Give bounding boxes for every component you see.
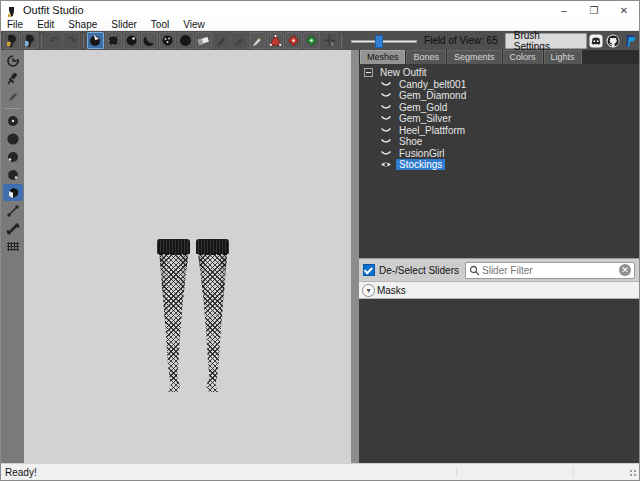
masks-label: Masks <box>377 285 406 296</box>
window-controls: – ❐ ✕ <box>549 1 639 19</box>
rotate-view-icon[interactable] <box>3 52 23 69</box>
color-brush-icon[interactable] <box>231 32 248 49</box>
eye-closed-icon[interactable] <box>380 125 393 135</box>
chevron-down-icon[interactable]: ▾ <box>362 284 375 297</box>
deselect-sliders-label[interactable]: De-/Select Sliders <box>379 265 459 276</box>
menu-file[interactable]: File <box>7 19 23 30</box>
grid-wireframe-icon[interactable] <box>3 238 23 255</box>
tree-item[interactable]: Heel_Plattform <box>364 125 639 137</box>
brush-settings-button[interactable]: Brush Settings <box>505 33 587 49</box>
main-area: Meshes Bones Segments Colors Lights New … <box>1 50 639 463</box>
pencil-icon[interactable] <box>3 88 23 105</box>
stocking-fishnet <box>158 253 189 392</box>
eye-closed-icon[interactable] <box>380 114 393 124</box>
slider-controls-bar: De-/Select Sliders ✕ <box>359 258 639 281</box>
pin-icon[interactable] <box>3 70 23 87</box>
brush-solid-icon[interactable] <box>3 130 23 147</box>
masks-pane-header[interactable]: ▾ Masks <box>359 281 639 299</box>
tree-item[interactable]: Candy_belt001 <box>364 79 639 91</box>
menu-shape[interactable]: Shape <box>68 19 97 30</box>
tab-segments[interactable]: Segments <box>447 50 502 64</box>
mask-brush-icon[interactable] <box>105 32 122 49</box>
tree-item[interactable]: Gem_Silver <box>364 113 639 125</box>
connected-only-toggle-icon[interactable] <box>303 32 320 49</box>
tree-item-label[interactable]: Heel_Plattform <box>396 125 468 136</box>
x-mirror-toggle-icon[interactable] <box>285 32 302 49</box>
tree-root-label[interactable]: New Outfit <box>377 67 430 78</box>
undo-icon[interactable]: ↶ <box>45 32 62 49</box>
eye-closed-icon[interactable] <box>380 91 393 101</box>
move-brush-icon[interactable] <box>177 32 194 49</box>
stocking-lace-band <box>196 239 229 254</box>
eye-closed-icon[interactable] <box>380 102 393 112</box>
tree-item-label[interactable]: Gem_Gold <box>396 102 450 113</box>
maximize-button[interactable]: ❐ <box>579 1 609 19</box>
load-project-icon[interactable] <box>3 32 20 49</box>
menu-slider[interactable]: Slider <box>111 19 137 30</box>
stocking-fishnet <box>197 253 228 392</box>
brush-dot-left-icon[interactable] <box>3 148 23 165</box>
eye-closed-icon[interactable] <box>380 137 393 147</box>
stocking-right <box>197 239 228 392</box>
discord-icon[interactable] <box>588 33 603 48</box>
slider-filter-input[interactable] <box>480 264 616 277</box>
select-brush-icon[interactable] <box>87 32 104 49</box>
resize-grip-icon[interactable] <box>629 469 637 477</box>
eye-closed-icon[interactable] <box>380 148 393 158</box>
deselect-sliders-checkbox[interactable] <box>363 264 375 276</box>
load-reference-icon[interactable] <box>21 32 38 49</box>
tree-item-label[interactable]: FusionGirl <box>396 148 448 159</box>
tree-item[interactable]: Gem_Gold <box>364 102 639 114</box>
tab-meshes[interactable]: Meshes <box>360 50 406 64</box>
field-of-view-slider[interactable] <box>351 34 417 48</box>
deflate-brush-icon[interactable] <box>141 32 158 49</box>
tab-bones[interactable]: Bones <box>406 50 446 64</box>
redo-icon[interactable]: ↷ <box>63 32 80 49</box>
tree-item-selected[interactable]: Stockings <box>364 159 639 171</box>
inflate-brush-icon[interactable] <box>123 32 140 49</box>
tab-colors[interactable]: Colors <box>503 50 543 64</box>
tree-item-label[interactable]: Stockings <box>396 159 445 170</box>
stocking-lace-band <box>157 239 190 254</box>
tree-item-label[interactable]: Shoe <box>396 136 425 147</box>
tab-lights[interactable]: Lights <box>544 50 582 64</box>
menu-tool[interactable]: Tool <box>151 19 169 30</box>
cube-view-icon[interactable] <box>3 184 23 201</box>
eye-closed-icon[interactable] <box>380 79 393 89</box>
close-button[interactable]: ✕ <box>609 1 639 19</box>
tree-item[interactable]: FusionGirl <box>364 148 639 160</box>
field-of-view-label: Field of View: 65 <box>424 35 498 46</box>
tree-item-label[interactable]: Gem_Diamond <box>396 90 469 101</box>
right-panel: Meshes Bones Segments Colors Lights New … <box>359 50 639 463</box>
weight-brush-icon[interactable] <box>213 32 230 49</box>
eraser-brush-icon[interactable] <box>195 32 212 49</box>
slider-thumb[interactable] <box>375 35 383 48</box>
tree-item-label[interactable]: Candy_belt001 <box>396 79 469 90</box>
github-icon[interactable] <box>605 33 620 48</box>
slider-filter-box[interactable]: ✕ <box>465 262 635 279</box>
clear-filter-icon[interactable]: ✕ <box>619 264 631 276</box>
menu-view[interactable]: View <box>183 19 205 30</box>
eye-open-icon[interactable] <box>380 160 393 170</box>
vertex-edit-toggle-icon[interactable] <box>267 32 284 49</box>
tree-item[interactable]: Gem_Diamond <box>364 90 639 102</box>
tree-item-label[interactable]: Gem_Silver <box>396 113 454 124</box>
bone-edit-icon[interactable] <box>3 220 23 237</box>
paypal-icon[interactable] <box>622 33 637 48</box>
panel-splitter[interactable] <box>351 50 359 463</box>
tree-item[interactable]: Shoe <box>364 136 639 148</box>
transform-toggle-icon[interactable] <box>321 32 338 49</box>
viewport-3d[interactable] <box>24 50 351 463</box>
panel-tabs: Meshes Bones Segments Colors Lights <box>359 50 639 64</box>
toolbar-separator <box>341 34 342 48</box>
collapse-icon[interactable] <box>364 68 373 77</box>
alpha-brush-icon[interactable] <box>249 32 266 49</box>
smooth-brush-icon[interactable] <box>159 32 176 49</box>
menu-edit[interactable]: Edit <box>37 19 54 30</box>
main-toolbar: ↶ ↷ <box>1 31 639 50</box>
vertex-edit-icon[interactable] <box>3 202 23 219</box>
brush-dot-icon[interactable] <box>3 112 23 129</box>
tree-root[interactable]: New Outfit <box>364 67 639 79</box>
brush-dot-right-icon[interactable] <box>3 166 23 183</box>
minimize-button[interactable]: – <box>549 1 579 19</box>
